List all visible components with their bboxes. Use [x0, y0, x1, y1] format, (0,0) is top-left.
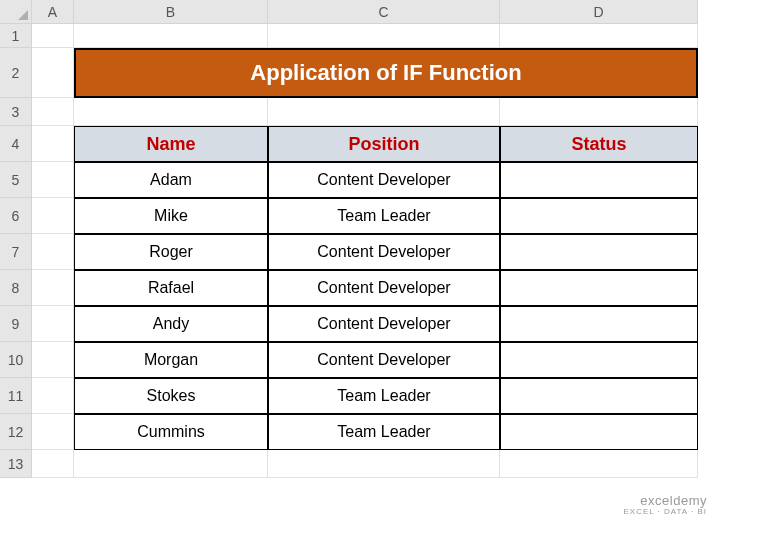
- cell-D3[interactable]: [500, 98, 698, 126]
- cell-C13[interactable]: [268, 450, 500, 478]
- row-header-12[interactable]: 12: [0, 414, 32, 450]
- row-header-2[interactable]: 2: [0, 48, 32, 98]
- row-header-1[interactable]: 1: [0, 24, 32, 48]
- watermark-sub: EXCEL · DATA · BI: [623, 508, 707, 517]
- cell-A7[interactable]: [32, 234, 74, 270]
- row-header-8[interactable]: 8: [0, 270, 32, 306]
- cell-A4[interactable]: [32, 126, 74, 162]
- cell-name-5[interactable]: Adam: [74, 162, 268, 198]
- cell-status-10[interactable]: [500, 342, 698, 378]
- cell-status-5[interactable]: [500, 162, 698, 198]
- spreadsheet-grid: A B C D 1 2 Application of IF Function 3…: [0, 0, 767, 478]
- row-header-6[interactable]: 6: [0, 198, 32, 234]
- cell-status-12[interactable]: [500, 414, 698, 450]
- row-header-5[interactable]: 5: [0, 162, 32, 198]
- row-header-4[interactable]: 4: [0, 126, 32, 162]
- header-position[interactable]: Position: [268, 126, 500, 162]
- row-header-9[interactable]: 9: [0, 306, 32, 342]
- title-cell[interactable]: Application of IF Function: [74, 48, 698, 98]
- cell-position-9[interactable]: Content Developer: [268, 306, 500, 342]
- cell-status-8[interactable]: [500, 270, 698, 306]
- cell-B1[interactable]: [74, 24, 268, 48]
- cell-A8[interactable]: [32, 270, 74, 306]
- cell-name-10[interactable]: Morgan: [74, 342, 268, 378]
- cell-A1[interactable]: [32, 24, 74, 48]
- cell-D13[interactable]: [500, 450, 698, 478]
- cell-C3[interactable]: [268, 98, 500, 126]
- cell-A11[interactable]: [32, 378, 74, 414]
- cell-status-6[interactable]: [500, 198, 698, 234]
- col-header-B[interactable]: B: [74, 0, 268, 24]
- row-header-13[interactable]: 13: [0, 450, 32, 478]
- cell-C1[interactable]: [268, 24, 500, 48]
- cell-name-6[interactable]: Mike: [74, 198, 268, 234]
- row-header-10[interactable]: 10: [0, 342, 32, 378]
- row-header-7[interactable]: 7: [0, 234, 32, 270]
- cell-A10[interactable]: [32, 342, 74, 378]
- cell-D1[interactable]: [500, 24, 698, 48]
- col-header-A[interactable]: A: [32, 0, 74, 24]
- cell-A2[interactable]: [32, 48, 74, 98]
- row-header-3[interactable]: 3: [0, 98, 32, 126]
- cell-B3[interactable]: [74, 98, 268, 126]
- cell-name-8[interactable]: Rafael: [74, 270, 268, 306]
- cell-status-9[interactable]: [500, 306, 698, 342]
- cell-name-12[interactable]: Cummins: [74, 414, 268, 450]
- cell-A13[interactable]: [32, 450, 74, 478]
- cell-position-8[interactable]: Content Developer: [268, 270, 500, 306]
- cell-A6[interactable]: [32, 198, 74, 234]
- cell-A5[interactable]: [32, 162, 74, 198]
- cell-name-11[interactable]: Stokes: [74, 378, 268, 414]
- col-header-D[interactable]: D: [500, 0, 698, 24]
- cell-position-12[interactable]: Team Leader: [268, 414, 500, 450]
- watermark-main: exceldemy: [623, 494, 707, 508]
- watermark: exceldemy EXCEL · DATA · BI: [623, 494, 707, 517]
- cell-A9[interactable]: [32, 306, 74, 342]
- cell-position-7[interactable]: Content Developer: [268, 234, 500, 270]
- header-status[interactable]: Status: [500, 126, 698, 162]
- cell-position-10[interactable]: Content Developer: [268, 342, 500, 378]
- cell-status-11[interactable]: [500, 378, 698, 414]
- cell-status-7[interactable]: [500, 234, 698, 270]
- cell-position-5[interactable]: Content Developer: [268, 162, 500, 198]
- cell-name-9[interactable]: Andy: [74, 306, 268, 342]
- cell-A12[interactable]: [32, 414, 74, 450]
- cell-B13[interactable]: [74, 450, 268, 478]
- col-header-C[interactable]: C: [268, 0, 500, 24]
- cell-position-6[interactable]: Team Leader: [268, 198, 500, 234]
- cell-A3[interactable]: [32, 98, 74, 126]
- cell-position-11[interactable]: Team Leader: [268, 378, 500, 414]
- cell-name-7[interactable]: Roger: [74, 234, 268, 270]
- select-all-corner[interactable]: [0, 0, 32, 24]
- row-header-11[interactable]: 11: [0, 378, 32, 414]
- header-name[interactable]: Name: [74, 126, 268, 162]
